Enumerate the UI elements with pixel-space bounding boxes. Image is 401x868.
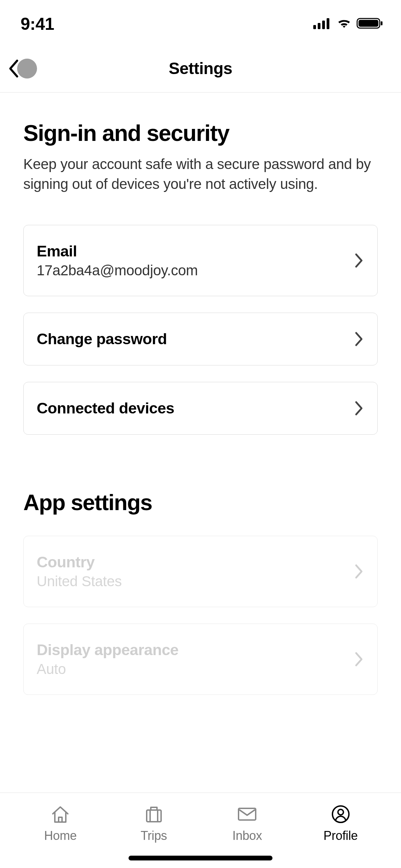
- option-country[interactable]: Country United States: [23, 536, 378, 607]
- section-signin-title: Sign-in and security: [23, 120, 378, 146]
- option-email-value: 17a2ba4a@moodjoy.com: [37, 262, 198, 279]
- tab-trips-label: Trips: [141, 829, 167, 843]
- svg-rect-1: [318, 23, 320, 29]
- tab-inbox[interactable]: Inbox: [218, 805, 276, 843]
- option-display-appearance[interactable]: Display appearance Auto: [23, 624, 378, 695]
- section-signin-description: Keep your account safe with a secure pas…: [23, 154, 378, 194]
- svg-rect-5: [359, 20, 378, 27]
- chevron-right-icon: [354, 252, 364, 269]
- back-button[interactable]: [8, 59, 37, 79]
- page-header: Settings: [0, 45, 401, 93]
- option-country-label: Country: [37, 553, 122, 571]
- option-display-value: Auto: [37, 661, 179, 677]
- option-connected-devices-label: Connected devices: [37, 399, 174, 417]
- tab-home-label: Home: [44, 829, 77, 843]
- svg-rect-6: [381, 21, 382, 25]
- svg-rect-10: [239, 808, 256, 820]
- option-change-password-label: Change password: [37, 330, 167, 348]
- status-bar: 9:41: [0, 0, 401, 45]
- back-avatar-placeholder: [17, 59, 37, 79]
- tab-trips[interactable]: Trips: [125, 805, 183, 843]
- content-area: Sign-in and security Keep your account s…: [0, 93, 401, 695]
- chevron-right-icon: [354, 331, 364, 347]
- option-change-password[interactable]: Change password: [23, 313, 378, 365]
- suitcase-icon: [144, 805, 164, 824]
- svg-rect-2: [322, 21, 325, 29]
- option-email[interactable]: Email 17a2ba4a@moodjoy.com: [23, 225, 378, 296]
- tab-inbox-label: Inbox: [232, 829, 262, 843]
- svg-rect-3: [327, 18, 329, 29]
- option-country-value: United States: [37, 573, 122, 590]
- header-title: Settings: [169, 59, 232, 78]
- tab-home[interactable]: Home: [31, 805, 89, 843]
- svg-point-12: [338, 809, 343, 815]
- profile-icon: [331, 805, 350, 824]
- option-connected-devices[interactable]: Connected devices: [23, 382, 378, 435]
- battery-icon: [356, 17, 384, 31]
- envelope-icon: [236, 805, 258, 824]
- home-indicator[interactable]: [129, 856, 272, 860]
- tab-profile[interactable]: Profile: [312, 805, 370, 843]
- chevron-right-icon: [354, 651, 364, 667]
- svg-rect-0: [313, 25, 316, 29]
- tab-profile-label: Profile: [324, 829, 358, 843]
- chevron-right-icon: [354, 563, 364, 580]
- svg-rect-7: [147, 810, 161, 822]
- option-email-label: Email: [37, 242, 198, 260]
- cellular-icon: [313, 17, 332, 31]
- section-appsettings-title: App settings: [23, 490, 378, 515]
- status-time: 9:41: [21, 14, 54, 34]
- wifi-icon: [336, 17, 352, 31]
- option-display-label: Display appearance: [37, 641, 179, 659]
- chevron-right-icon: [354, 400, 364, 417]
- status-icons: [313, 17, 384, 31]
- home-icon: [49, 805, 71, 824]
